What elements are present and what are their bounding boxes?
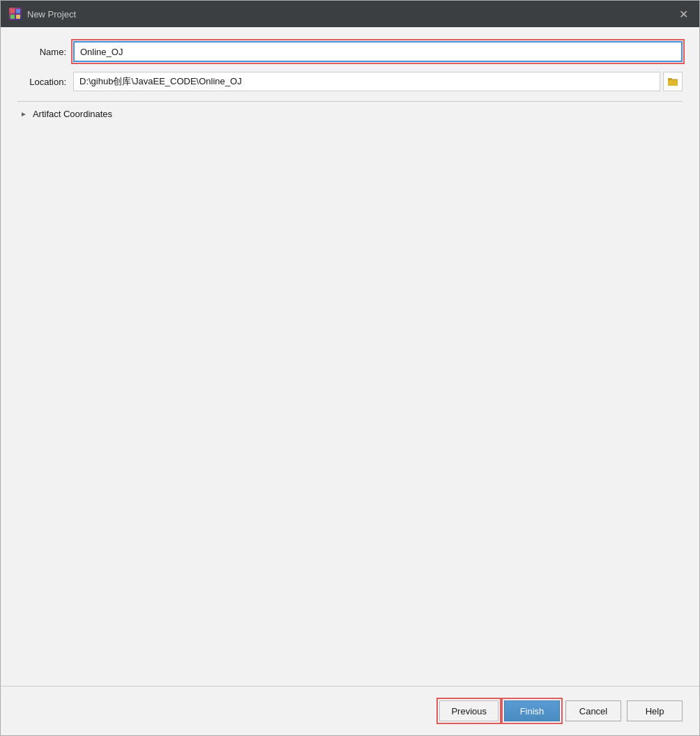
artifact-label: Artifact Coordinates <box>33 109 112 119</box>
svg-rect-0 <box>10 9 15 13</box>
dialog-content: Name: Location: ► <box>1 27 699 686</box>
title-bar-left: New Project <box>9 8 76 20</box>
svg-rect-2 <box>10 15 15 19</box>
app-icon <box>9 8 22 20</box>
artifact-expand-icon: ► <box>20 110 27 118</box>
bottom-divider <box>1 686 699 687</box>
finish-button[interactable]: Finish <box>504 700 560 721</box>
main-area <box>17 132 683 672</box>
close-button[interactable]: ✕ <box>676 6 691 22</box>
name-input-wrapper <box>73 41 683 62</box>
dialog-title: New Project <box>27 9 76 20</box>
svg-rect-1 <box>16 9 20 13</box>
new-project-dialog: New Project ✕ Name: Location: <box>0 0 700 736</box>
section-divider <box>17 101 683 102</box>
help-button[interactable]: Help <box>627 700 683 721</box>
name-input[interactable] <box>73 41 683 62</box>
name-label: Name: <box>17 47 73 57</box>
browse-folder-button[interactable] <box>663 72 683 91</box>
artifact-section[interactable]: ► Artifact Coordinates <box>17 106 683 122</box>
title-bar: New Project ✕ <box>1 1 699 27</box>
location-row: Location: <box>17 72 683 91</box>
name-row: Name: <box>17 41 683 62</box>
folder-icon <box>668 77 678 86</box>
button-row: Previous Finish Cancel Help <box>1 695 699 735</box>
svg-rect-3 <box>16 15 20 19</box>
location-input[interactable] <box>73 72 660 91</box>
location-input-wrapper <box>73 72 683 91</box>
previous-button[interactable]: Previous <box>439 700 499 721</box>
location-label: Location: <box>17 77 73 87</box>
cancel-button[interactable]: Cancel <box>565 700 621 721</box>
